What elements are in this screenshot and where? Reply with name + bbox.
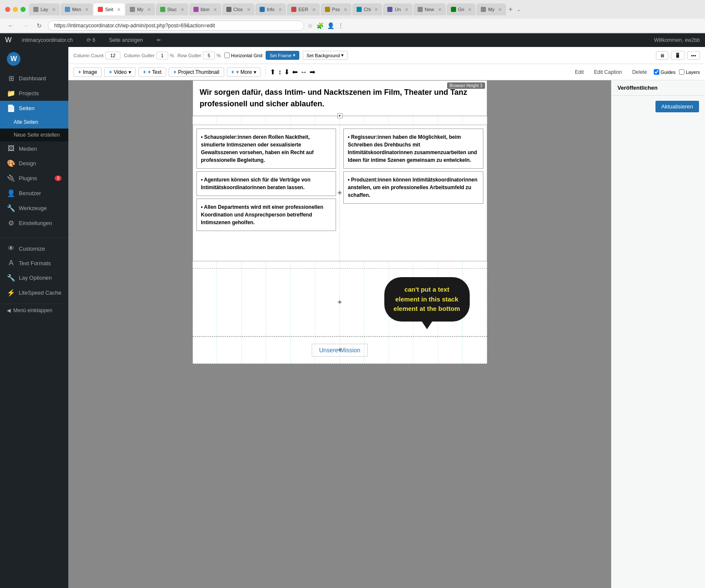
sidebar-item-neue-seite[interactable]: Neue Seite erstellen <box>0 129 68 141</box>
content-block-2[interactable]: • Agenturen können sich für die Verträge… <box>196 171 336 196</box>
sidebar-item-einstellungen[interactable]: ⚙ Einstellungen <box>0 216 68 231</box>
aktualisieren-button[interactable]: Aktualisieren <box>655 101 699 112</box>
sidebar-item-medien[interactable]: 🖼 Medien <box>0 141 68 156</box>
align-right-icon[interactable]: ➡ <box>310 68 315 76</box>
tab-close-icon[interactable]: ✕ <box>52 7 56 12</box>
browser-tab[interactable]: Gri✕ <box>447 3 476 15</box>
tab-close-icon[interactable]: ✕ <box>312 7 316 12</box>
mission-move-handle[interactable]: ✦ <box>336 345 343 355</box>
content-block-4[interactable]: • Regisseur:innen haben die Möglichkeit,… <box>343 129 483 169</box>
row-gutter-input[interactable] <box>203 52 215 59</box>
browser-tab[interactable]: blon✕ <box>189 3 221 15</box>
more-options-button[interactable]: ••• <box>687 51 700 60</box>
browser-tab[interactable]: My✕ <box>477 3 506 15</box>
sidebar-item-litespeed[interactable]: ⚡ LiteSpeed Cache <box>0 285 68 300</box>
sidebar-item-seiten[interactable]: 📄 Seiten <box>0 101 68 116</box>
hero-text-block[interactable]: Browser Height 3 Wir sorgen dafür, dass … <box>193 80 487 116</box>
close-button[interactable] <box>5 7 10 12</box>
resize-handle[interactable]: ✦ <box>337 113 342 118</box>
sidebar-item-alle-seiten[interactable]: Alle Seiten <box>0 116 68 129</box>
tab-close-icon[interactable]: ✕ <box>214 7 217 12</box>
tab-close-icon[interactable]: ✕ <box>405 7 408 12</box>
set-frame-button[interactable]: Set Frame ▾ <box>266 51 299 60</box>
sidebar-item-design[interactable]: 🎨 Design <box>0 156 68 171</box>
menu-icon[interactable]: ⋮ <box>338 22 344 29</box>
sidebar-collapse-item[interactable]: ◀ Menü einklappen <box>0 304 68 317</box>
extensions-icon[interactable]: 🧩 <box>316 22 324 29</box>
tab-chevron[interactable]: ⌄ <box>517 7 521 12</box>
move-handle[interactable]: ✦ <box>336 188 343 198</box>
back-button[interactable]: ← <box>5 21 16 30</box>
delete-button[interactable]: Delete <box>629 68 650 76</box>
column-count-input[interactable] <box>105 52 120 59</box>
tab-close-icon[interactable]: ✕ <box>438 7 442 12</box>
browser-tab[interactable]: Chi✕ <box>352 3 383 15</box>
browser-tab-active[interactable]: Seit ✕ <box>94 3 125 15</box>
tab-close-icon[interactable]: ✕ <box>344 7 347 12</box>
browser-tab[interactable]: Pss✕ <box>321 3 351 15</box>
sidebar-item-lay-optionen[interactable]: 🔧 Lay Optionen <box>0 270 68 285</box>
sidebar-item-plugins[interactable]: 🔌 Plugins 8 <box>0 171 68 186</box>
content-block-3[interactable]: • Allen Departments wird mit einer profe… <box>196 199 336 231</box>
tab-close-icon[interactable]: ✕ <box>278 7 282 12</box>
add-video-button[interactable]: + Video ▾ <box>104 67 136 77</box>
add-text-button[interactable]: + + Text <box>138 67 166 77</box>
align-left-icon[interactable]: ⬅ <box>292 68 298 76</box>
content-block-5[interactable]: • Produzent:innen können Intimitätskoord… <box>343 171 483 204</box>
refresh-button[interactable]: ↻ <box>34 21 44 30</box>
add-more-button[interactable]: + + More ▾ <box>227 67 261 77</box>
content-block-1[interactable]: • Schauspieler:innen deren Rollen Nackth… <box>196 129 336 169</box>
address-bar[interactable]: https://intimacycoordinator.ch/wp-admin/… <box>48 20 304 31</box>
bookmark-icon[interactable]: ☆ <box>307 22 313 29</box>
column-gutter-input[interactable] <box>156 52 168 59</box>
sidebar-item-text-formats[interactable]: A Text Formats <box>0 256 68 270</box>
tab-close-icon[interactable]: ✕ <box>85 7 88 12</box>
view-site-item[interactable]: Seite anzeigen <box>105 33 146 47</box>
tab-close-icon[interactable]: ✕ <box>147 7 151 12</box>
browser-tab[interactable]: My✕ <box>126 3 155 15</box>
bottom-move-handle[interactable]: ✦ <box>336 298 343 307</box>
browser-tab[interactable]: Stuc✕ <box>156 3 188 15</box>
sidebar-item-benutzer[interactable]: 👤 Benutzer <box>0 186 68 201</box>
set-background-button[interactable]: Set Background ▾ <box>303 51 348 60</box>
browser-tab[interactable]: EER✕ <box>287 3 320 15</box>
tab-close-icon[interactable]: ✕ <box>468 7 471 12</box>
customize-icon-item[interactable]: ✏ <box>153 33 164 47</box>
edit-caption-button[interactable]: Edit Caption <box>591 68 625 76</box>
tab-close-icon[interactable]: ✕ <box>498 7 502 12</box>
maximize-button[interactable] <box>20 7 26 12</box>
guides-checkbox[interactable] <box>654 69 659 75</box>
add-thumbnail-button[interactable]: + Project Thumbnail <box>169 67 224 77</box>
tab-close-icon[interactable]: ✕ <box>247 7 250 12</box>
mobile-view-button[interactable]: 📱 <box>671 51 685 60</box>
align-top-icon[interactable]: ⬆ <box>270 68 275 76</box>
edit-button[interactable]: Edit <box>571 68 587 76</box>
desktop-view-button[interactable]: 🖥 <box>656 51 668 60</box>
layers-checkbox[interactable] <box>679 69 685 75</box>
forward-button[interactable]: → <box>20 21 31 30</box>
updates-item[interactable]: ⟳ 6 <box>83 33 99 47</box>
browser-tab[interactable]: Lay ✕ <box>29 3 60 15</box>
add-image-button[interactable]: + Image <box>73 67 102 77</box>
browser-tab[interactable]: Un✕ <box>383 3 412 15</box>
tab-close-icon[interactable]: ✕ <box>117 7 120 12</box>
sidebar-item-customize[interactable]: 👁 Customize <box>0 241 68 256</box>
sidebar-item-label: Lay Optionen <box>19 275 52 281</box>
profile-icon[interactable]: 👤 <box>327 22 334 29</box>
sidebar-item-werkzeuge[interactable]: 🔧 Werkzeuge <box>0 201 68 216</box>
tab-close-icon[interactable]: ✕ <box>181 7 184 12</box>
align-middle-icon[interactable]: ↕ <box>278 68 281 76</box>
browser-tab[interactable]: Clos✕ <box>222 3 255 15</box>
minimize-button[interactable] <box>13 7 18 12</box>
browser-tab[interactable]: Info✕ <box>255 3 286 15</box>
browser-tab[interactable]: New✕ <box>413 3 446 15</box>
align-center-icon[interactable]: ↔ <box>300 68 307 76</box>
site-name-item[interactable]: intimacycoordinator.ch <box>18 33 76 47</box>
browser-tab[interactable]: Men ✕ <box>61 3 93 15</box>
sidebar-item-projects[interactable]: 📁 Projects <box>0 86 68 101</box>
horizontal-grid-checkbox[interactable] <box>224 53 230 58</box>
tab-close-icon[interactable]: ✕ <box>374 7 378 12</box>
align-bottom-icon[interactable]: ⬇ <box>284 68 290 76</box>
sidebar-item-dashboard[interactable]: ⊞ Dashboard <box>0 71 68 86</box>
new-tab-button[interactable]: + <box>507 6 514 13</box>
